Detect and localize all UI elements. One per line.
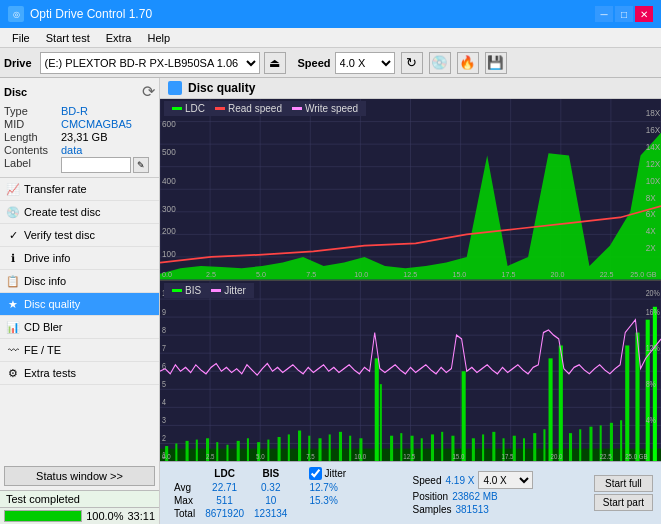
- speed-value: 4.19 X: [445, 475, 474, 486]
- svg-text:14X: 14X: [646, 141, 661, 151]
- svg-rect-117: [646, 319, 650, 461]
- start-full-button[interactable]: Start full: [594, 475, 653, 492]
- verify-test-icon: ✓: [6, 228, 20, 242]
- drive-select[interactable]: (E:) PLEXTOR BD-R PX-LB950SA 1.06: [40, 52, 260, 74]
- svg-rect-77: [247, 438, 249, 461]
- disc-info-grid: Type BD-R MID CMCMAGBA5 Length 23,31 GB …: [4, 105, 155, 173]
- main-area: Disc ⟳ Type BD-R MID CMCMAGBA5 Length 23…: [0, 78, 661, 524]
- max-ldc-value: 511: [201, 495, 248, 506]
- svg-rect-96: [441, 431, 443, 461]
- sidebar-item-transfer-rate[interactable]: 📈 Transfer rate: [0, 178, 159, 201]
- burn-icon-button[interactable]: 🔥: [457, 52, 479, 74]
- sidebar-item-fe-te[interactable]: 〰 FE / TE: [0, 339, 159, 362]
- ldc-col-header: LDC: [201, 467, 248, 480]
- start-part-button[interactable]: Start part: [594, 494, 653, 511]
- svg-text:4: 4: [162, 397, 166, 407]
- stats-panel: LDC BIS Jitter Avg 22.71 0.32 12.: [160, 461, 661, 524]
- disc-label-input[interactable]: [61, 157, 131, 173]
- save-button[interactable]: 💾: [485, 52, 507, 74]
- total-ldc-value: 8671920: [201, 508, 248, 519]
- svg-text:5: 5: [162, 378, 166, 388]
- sidebar-item-cd-bler[interactable]: 📊 CD Bler: [0, 316, 159, 339]
- close-button[interactable]: ✕: [635, 6, 653, 22]
- svg-text:8X: 8X: [646, 192, 656, 202]
- svg-rect-91: [390, 435, 393, 461]
- svg-text:400: 400: [162, 175, 176, 185]
- sidebar-label-fe-te: FE / TE: [24, 344, 61, 356]
- sidebar: Disc ⟳ Type BD-R MID CMCMAGBA5 Length 23…: [0, 78, 160, 524]
- status-text: Test completed: [6, 493, 80, 505]
- svg-text:200: 200: [162, 226, 176, 236]
- sidebar-item-disc-quality[interactable]: ★ Disc quality: [0, 293, 159, 316]
- menu-file[interactable]: File: [4, 30, 38, 46]
- status-window-button[interactable]: Status window >>: [4, 466, 155, 486]
- sidebar-item-verify-test-disc[interactable]: ✓ Verify test disc: [0, 224, 159, 247]
- progress-bar-inner: [5, 511, 81, 521]
- disc-mid-value: CMCMAGBA5: [61, 118, 155, 130]
- window-controls: ─ □ ✕: [595, 6, 653, 22]
- svg-rect-85: [329, 434, 331, 461]
- menu-start-test[interactable]: Start test: [38, 30, 98, 46]
- eject-button[interactable]: ⏏: [264, 52, 286, 74]
- sidebar-item-extra-tests[interactable]: ⚙ Extra tests: [0, 362, 159, 385]
- disc-refresh-icon[interactable]: ⟳: [142, 82, 155, 101]
- menu-help[interactable]: Help: [139, 30, 178, 46]
- svg-text:9: 9: [162, 306, 166, 316]
- disc-length-value: 23,31 GB: [61, 131, 155, 143]
- svg-text:10.0: 10.0: [354, 452, 366, 460]
- svg-rect-72: [196, 439, 198, 461]
- svg-text:2X: 2X: [646, 243, 656, 253]
- svg-text:4X: 4X: [646, 226, 656, 236]
- speed-select[interactable]: 4.0 X: [335, 52, 395, 74]
- sidebar-label-transfer-rate: Transfer rate: [24, 183, 87, 195]
- speed-select2[interactable]: 4.0 X: [478, 471, 533, 489]
- svg-text:20.0: 20.0: [551, 452, 563, 460]
- svg-text:5.0: 5.0: [256, 452, 265, 460]
- avg-ldc-value: 22.71: [201, 482, 248, 493]
- jitter-legend-label: Jitter: [224, 285, 246, 296]
- minimize-button[interactable]: ─: [595, 6, 613, 22]
- menu-extra[interactable]: Extra: [98, 30, 140, 46]
- svg-text:7.5: 7.5: [306, 452, 315, 460]
- svg-text:22.5: 22.5: [600, 452, 612, 460]
- max-jitter-value: 15.3%: [305, 495, 350, 506]
- svg-text:500: 500: [162, 147, 176, 157]
- app-icon: ◎: [8, 6, 24, 22]
- sidebar-item-disc-info[interactable]: 📋 Disc info: [0, 270, 159, 293]
- maximize-button[interactable]: □: [615, 6, 633, 22]
- samples-value: 381513: [455, 504, 488, 515]
- svg-text:10.0: 10.0: [354, 270, 368, 279]
- drive-info-icon: ℹ: [6, 251, 20, 265]
- disc-label-edit-button[interactable]: ✎: [133, 157, 149, 173]
- disc-type-label: Type: [4, 105, 59, 117]
- max-bis-value: 10: [250, 495, 291, 506]
- position-label: Position: [413, 491, 449, 502]
- svg-text:5.0: 5.0: [256, 270, 266, 279]
- svg-text:12.5: 12.5: [403, 452, 415, 460]
- svg-rect-105: [533, 433, 536, 461]
- svg-text:20%: 20%: [646, 288, 660, 298]
- disc-length-label: Length: [4, 131, 59, 143]
- avg-row-label: Avg: [170, 482, 199, 493]
- svg-text:16X: 16X: [646, 124, 661, 134]
- svg-rect-114: [620, 420, 622, 461]
- sidebar-item-create-test-disc[interactable]: 💿 Create test disc: [0, 201, 159, 224]
- svg-text:0.0: 0.0: [162, 270, 172, 279]
- disc-icon-button[interactable]: 💿: [429, 52, 451, 74]
- svg-text:12.5: 12.5: [403, 270, 417, 279]
- refresh-button[interactable]: ↻: [401, 52, 423, 74]
- svg-text:15.0: 15.0: [452, 270, 466, 279]
- jitter-checkbox-label[interactable]: Jitter: [309, 467, 346, 480]
- sidebar-item-drive-info[interactable]: ℹ Drive info: [0, 247, 159, 270]
- ldc-svg: 18X 16X 14X 12X 10X 8X 6X 4X 2X 600 500 …: [160, 99, 661, 280]
- sidebar-label-disc-info: Disc info: [24, 275, 66, 287]
- disc-quality-header-icon: [168, 81, 182, 95]
- svg-rect-109: [569, 433, 572, 461]
- svg-rect-90: [380, 384, 382, 461]
- app-title: Opti Drive Control 1.70: [30, 7, 152, 21]
- svg-rect-101: [492, 431, 495, 461]
- jitter-checkbox[interactable]: [309, 467, 322, 480]
- svg-text:2: 2: [162, 433, 166, 443]
- svg-text:600: 600: [162, 119, 176, 129]
- disc-section: Disc ⟳ Type BD-R MID CMCMAGBA5 Length 23…: [0, 78, 159, 178]
